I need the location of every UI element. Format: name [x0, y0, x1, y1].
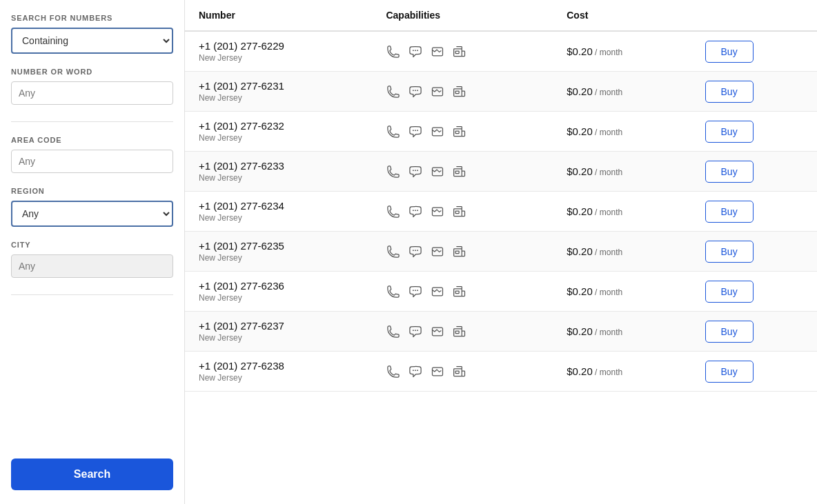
capabilities-cell: [372, 232, 553, 272]
city-input[interactable]: [11, 254, 173, 278]
svg-rect-3: [433, 88, 443, 96]
col-number: Number: [185, 0, 372, 31]
sms-capability-icon: [408, 44, 423, 59]
area-code-label: AREA CODE: [11, 136, 173, 144]
per-month-label: / month: [593, 168, 622, 177]
numbers-table: Number Capabilities Cost +1 (201) 277-62…: [185, 0, 817, 392]
voice-capability-icon: [386, 324, 401, 339]
svg-rect-21: [433, 327, 443, 336]
voice-icon: [386, 245, 400, 259]
city-label: CITY: [11, 241, 173, 249]
action-cell: Buy: [691, 272, 817, 312]
col-capabilities: Capabilities: [372, 0, 553, 31]
cost-cell: $0.20 / month: [553, 232, 691, 272]
svg-rect-12: [433, 208, 443, 216]
svg-rect-6: [433, 128, 443, 136]
fax-capability-icon: [452, 164, 467, 179]
table-row: +1 (201) 277-6237 New Jersey $0.20 / mon…: [185, 312, 817, 352]
phone-number: +1 (201) 277-6229: [199, 40, 358, 52]
sms-icon: [408, 85, 422, 99]
capabilities-cell: [372, 272, 553, 312]
svg-rect-24: [433, 367, 443, 376]
mms-icon: [431, 165, 444, 179]
voice-capability-icon: [386, 44, 401, 59]
cost-cell: $0.20 / month: [553, 72, 691, 112]
number-or-word-input[interactable]: [11, 81, 173, 105]
action-cell: Buy: [691, 312, 817, 352]
area-code-input[interactable]: [11, 150, 173, 173]
table-row: +1 (201) 277-6236 New Jersey $0.20 / mon…: [185, 272, 817, 312]
buy-button[interactable]: Buy: [705, 201, 754, 223]
phone-number: +1 (201) 277-6238: [199, 360, 358, 372]
number-cell: +1 (201) 277-6233 New Jersey: [185, 152, 372, 192]
mms-capability-icon: [430, 204, 445, 219]
action-cell: Buy: [691, 31, 817, 72]
fax-capability-icon: [452, 124, 467, 139]
action-cell: Buy: [691, 72, 817, 112]
svg-rect-1: [454, 48, 462, 56]
region-select[interactable]: Any New Jersey New York California: [11, 201, 173, 227]
fax-icon: [453, 125, 466, 139]
buy-button[interactable]: Buy: [705, 361, 754, 383]
phone-region: New Jersey: [199, 93, 358, 103]
svg-rect-20: [456, 291, 460, 293]
fax-capability-icon: [452, 204, 467, 219]
search-button[interactable]: Search: [11, 458, 173, 490]
voice-icon: [386, 125, 400, 139]
buy-button[interactable]: Buy: [705, 81, 754, 103]
region-label: REGION: [11, 187, 173, 195]
voice-capability-icon: [386, 164, 401, 179]
svg-rect-13: [454, 208, 462, 216]
sms-capability-icon: [408, 84, 423, 99]
containing-select[interactable]: Containing Starting with Ending with: [11, 28, 173, 54]
cost-cell: $0.20 / month: [553, 192, 691, 232]
mms-icon: [431, 245, 444, 259]
mms-capability-icon: [430, 124, 445, 139]
svg-rect-22: [454, 328, 462, 336]
fax-icon: [453, 325, 466, 339]
buy-button[interactable]: Buy: [705, 121, 754, 143]
phone-region: New Jersey: [199, 333, 358, 343]
buy-button[interactable]: Buy: [705, 321, 754, 343]
sidebar: SEARCH FOR NUMBERS Containing Starting w…: [0, 0, 185, 504]
svg-rect-9: [433, 168, 443, 176]
phone-number: +1 (201) 277-6235: [199, 240, 358, 252]
mms-capability-icon: [430, 84, 445, 99]
number-cell: +1 (201) 277-6234 New Jersey: [185, 192, 372, 232]
search-for-numbers-label: SEARCH FOR NUMBERS: [11, 14, 173, 22]
svg-rect-8: [456, 131, 460, 133]
phone-number: +1 (201) 277-6232: [199, 120, 358, 132]
fax-capability-icon: [452, 284, 467, 299]
sms-icon: [408, 325, 422, 339]
cost-cell: $0.20 / month: [553, 312, 691, 352]
capabilities-cell: [372, 72, 553, 112]
fax-capability-icon: [452, 244, 467, 259]
svg-rect-15: [433, 248, 443, 256]
sms-icon: [408, 245, 422, 259]
fax-capability-icon: [452, 364, 467, 379]
sms-icon: [408, 45, 422, 59]
svg-rect-14: [456, 211, 460, 213]
fax-icon: [453, 245, 466, 259]
main-content: Number Capabilities Cost +1 (201) 277-62…: [185, 0, 817, 504]
svg-rect-25: [454, 368, 462, 376]
phone-region: New Jersey: [199, 53, 358, 63]
table-row: +1 (201) 277-6231 New Jersey $0.20 / mon…: [185, 72, 817, 112]
sms-capability-icon: [408, 124, 423, 139]
number-cell: +1 (201) 277-6237 New Jersey: [185, 312, 372, 352]
divider-2: [11, 294, 173, 295]
cost-cell: $0.20 / month: [553, 31, 691, 72]
buy-button[interactable]: Buy: [705, 41, 754, 63]
sms-icon: [408, 205, 422, 219]
buy-button[interactable]: Buy: [705, 161, 754, 183]
phone-number: +1 (201) 277-6233: [199, 160, 358, 172]
buy-button[interactable]: Buy: [705, 241, 754, 263]
fax-capability-icon: [452, 84, 467, 99]
number-cell: +1 (201) 277-6235 New Jersey: [185, 232, 372, 272]
voice-icon: [386, 285, 400, 299]
mms-capability-icon: [430, 284, 445, 299]
fax-icon: [453, 85, 466, 99]
per-month-label: / month: [593, 327, 622, 337]
per-month-label: / month: [593, 248, 622, 257]
buy-button[interactable]: Buy: [705, 281, 754, 303]
